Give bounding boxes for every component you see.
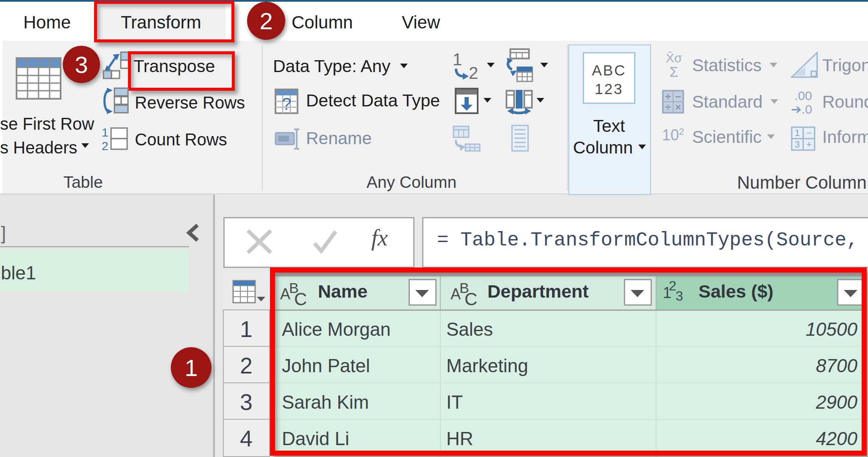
svg-text:−: −: [675, 91, 681, 102]
svg-text:+: +: [807, 139, 812, 150]
svg-text:3: 3: [795, 139, 800, 150]
svg-text:÷: ÷: [665, 101, 670, 113]
svg-text:2: 2: [102, 139, 108, 152]
svg-text:2: 2: [469, 64, 478, 80]
svg-text:+: +: [665, 91, 671, 102]
svg-text:×: ×: [675, 101, 681, 113]
svg-text:?: ?: [282, 95, 291, 113]
svg-text:−: −: [807, 128, 812, 138]
svg-text:1: 1: [453, 51, 462, 69]
svg-text:1: 1: [102, 126, 108, 139]
svg-text:1: 1: [795, 128, 800, 138]
